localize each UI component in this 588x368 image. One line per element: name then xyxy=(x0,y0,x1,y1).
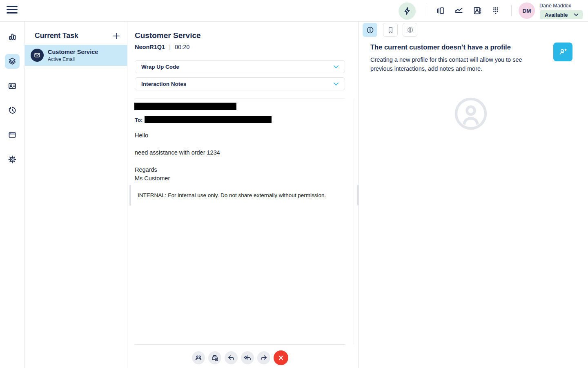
email-signoff: Regards xyxy=(135,166,157,173)
interaction-title: Customer Service xyxy=(135,31,201,40)
chevron-down-icon xyxy=(333,82,339,86)
email-body-line: need assistance with order 1234 xyxy=(135,149,220,156)
history-icon[interactable] xyxy=(5,103,20,118)
scrollbar-track[interactable] xyxy=(354,99,354,344)
lightning-icon[interactable] xyxy=(399,2,416,20)
current-task-panel: Current Task Customer Service Active Ema… xyxy=(24,22,127,368)
meta-separator: | xyxy=(169,44,171,50)
window-icon[interactable] xyxy=(5,128,20,142)
tab-brain-icon[interactable] xyxy=(403,23,417,37)
task-item-subtitle: Active Email xyxy=(48,56,75,62)
tab-bookmark-icon[interactable] xyxy=(383,23,398,37)
app-window: DM Dane Maddox Available xyxy=(0,0,588,368)
email-toolbar xyxy=(192,350,288,365)
queue-name: NeonR1Q1 xyxy=(135,44,165,50)
menu-icon[interactable] xyxy=(7,6,18,16)
dialpad-icon[interactable] xyxy=(491,6,501,16)
left-nav-rail xyxy=(0,22,24,368)
transfer-icon[interactable] xyxy=(192,351,205,364)
directory-icon[interactable] xyxy=(472,6,482,16)
top-bar: DM Dane Maddox Available xyxy=(0,0,588,22)
interaction-timer: 00:20 xyxy=(175,44,189,50)
status-label: Available xyxy=(545,12,568,18)
panel-resize-handle-right[interactable] xyxy=(357,185,359,206)
email-header-divider xyxy=(135,99,345,99)
park-email-icon[interactable] xyxy=(208,351,221,364)
user-avatar[interactable]: DM xyxy=(519,2,535,19)
reply-icon[interactable] xyxy=(225,351,238,364)
email-signature: Ms Customer xyxy=(135,175,170,182)
customer-profile-panel: The current customer doesn’t have a prof… xyxy=(359,22,588,368)
no-profile-description: Creating a new profile for this contact … xyxy=(370,56,542,73)
redacted-subject xyxy=(134,103,236,110)
person-add-icon xyxy=(558,47,568,57)
no-profile-heading: The current customer doesn’t have a prof… xyxy=(370,43,511,51)
status-dropdown[interactable]: Available xyxy=(540,10,583,19)
panels-icon[interactable] xyxy=(436,6,445,16)
interaction-notes-dropdown[interactable]: Interaction Notes xyxy=(135,77,345,90)
toolbar-divider xyxy=(135,344,345,345)
create-profile-button[interactable] xyxy=(553,43,572,61)
email-icon xyxy=(31,49,44,62)
activity-chart-icon[interactable] xyxy=(5,29,20,44)
wrap-up-code-label: Wrap Up Code xyxy=(141,64,179,70)
interactions-layers-icon[interactable] xyxy=(5,54,20,69)
profile-placeholder-icon xyxy=(454,97,487,130)
performance-chart-icon[interactable] xyxy=(454,6,464,16)
settings-gear-icon[interactable] xyxy=(5,152,20,167)
internal-note: INTERNAL: For internal use only. Do not … xyxy=(138,192,326,198)
divider xyxy=(427,5,427,16)
add-task-icon[interactable] xyxy=(111,30,123,42)
tab-info-icon[interactable] xyxy=(363,23,377,37)
interaction-panel: Customer Service NeonR1Q1 | 00:20 Wrap U… xyxy=(128,22,358,368)
task-panel-title: Current Task xyxy=(35,31,78,40)
interaction-notes-label: Interaction Notes xyxy=(141,81,186,87)
reply-all-icon[interactable] xyxy=(241,351,254,364)
chevron-down-icon xyxy=(574,13,579,16)
email-to-label: To: xyxy=(135,117,143,123)
task-item-title: Customer Service xyxy=(48,49,98,55)
redacted-recipient xyxy=(145,116,272,123)
contact-card-icon[interactable] xyxy=(5,79,20,93)
disconnect-icon[interactable] xyxy=(274,350,288,365)
email-greeting: Hello xyxy=(135,132,148,139)
wrap-up-code-dropdown[interactable]: Wrap Up Code xyxy=(135,60,345,73)
user-name: Dane Maddox xyxy=(539,3,571,9)
interaction-meta: NeonR1Q1 | 00:20 xyxy=(135,44,189,50)
task-item-customer-service[interactable]: Customer Service Active Email xyxy=(25,45,127,66)
panel-resize-handle-left[interactable] xyxy=(129,185,131,206)
forward-icon[interactable] xyxy=(257,351,270,364)
divider xyxy=(511,5,512,16)
chevron-down-icon xyxy=(333,65,339,69)
